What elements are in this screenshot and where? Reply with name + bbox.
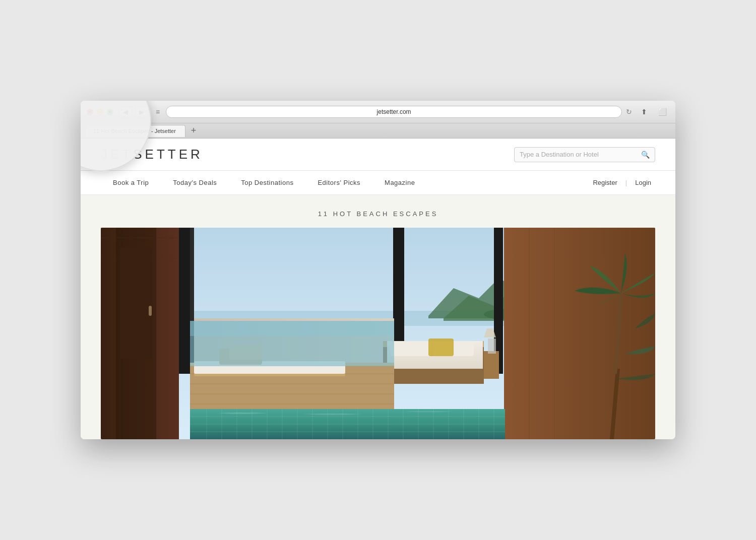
svg-rect-16: [391, 341, 431, 356]
nav-label: Top Destinations: [241, 179, 293, 186]
nav-label: Book a Trip: [113, 179, 149, 186]
nav-item-magazine[interactable]: Magazine: [372, 171, 427, 194]
auth-divider: |: [625, 179, 627, 186]
nav-item-top-destinations[interactable]: Top Destinations: [229, 171, 305, 194]
new-tab-sidebar-button[interactable]: ⬜: [655, 106, 669, 117]
browser-actions: ⬆ ⬜: [637, 106, 669, 117]
share-icon: ⬆: [641, 108, 647, 116]
hero-image-inner: [101, 228, 655, 439]
hero-image: [101, 228, 655, 439]
login-link[interactable]: Login: [631, 171, 655, 194]
svg-rect-6: [149, 306, 152, 316]
website-content: JETSETTER Type a Destination or Hotel 🔍 …: [81, 139, 675, 439]
browser-titlebar: ✕ − ⊕ ◀ ▶ ≡: [81, 101, 675, 123]
nav-item-editors-picks[interactable]: Editors' Picks: [305, 171, 372, 194]
nav-label: Today's Deals: [173, 179, 217, 186]
url-bar[interactable]: jetsetter.com: [166, 106, 622, 118]
site-nav: Book a Trip Today's Deals Top Destinatio…: [81, 171, 675, 195]
nav-label: Editors' Picks: [318, 179, 360, 186]
site-header: JETSETTER Type a Destination or Hotel 🔍: [81, 139, 675, 171]
url-bar-container: ≡ jetsetter.com ↻: [154, 106, 632, 118]
svg-rect-9: [179, 228, 190, 374]
search-icon: 🔍: [641, 151, 650, 159]
nav-label: Magazine: [385, 179, 415, 186]
search-placeholder-text: Type a Destination or Hotel: [520, 151, 641, 158]
nav-item-todays-deals[interactable]: Today's Deals: [161, 171, 229, 194]
browser-window: ✕ − ⊕ ◀ ▶ ≡: [81, 101, 675, 439]
nav-item-book-trip[interactable]: Book a Trip: [101, 171, 161, 194]
browser-tabbar: 11 Hot Beach Escapes - Jetsetter +: [81, 123, 675, 139]
site-search[interactable]: Type a Destination or Hotel 🔍: [514, 147, 655, 162]
svg-rect-66: [190, 321, 394, 336]
hero-title: 11 HOT BEACH ESCAPES: [101, 210, 655, 218]
svg-rect-18: [428, 339, 454, 356]
register-link[interactable]: Register: [589, 171, 621, 194]
reload-button[interactable]: ↻: [626, 108, 632, 116]
url-text: jetsetter.com: [377, 108, 411, 115]
svg-rect-5: [120, 248, 152, 359]
svg-rect-19: [484, 351, 499, 379]
share-button[interactable]: ⬆: [637, 106, 651, 117]
logo-text: SETTER: [133, 147, 203, 162]
hero-illustration: [101, 228, 655, 439]
plus-icon: +: [191, 125, 197, 136]
svg-rect-20: [488, 339, 496, 354]
browser-chrome: ✕ − ⊕ ◀ ▶ ≡: [81, 101, 675, 139]
site-nav-right: Register | Login: [589, 171, 655, 194]
reader-icon: ≡: [154, 108, 162, 116]
new-tab-button[interactable]: +: [187, 125, 200, 137]
site-nav-left: Book a Trip Today's Deals Top Destinatio…: [101, 171, 427, 194]
hero-section: 11 HOT BEACH ESCAPES: [81, 195, 675, 439]
tabs-icon: ⬜: [658, 108, 667, 116]
